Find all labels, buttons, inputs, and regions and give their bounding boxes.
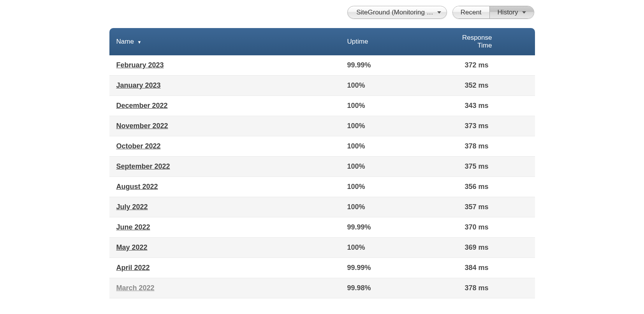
uptime-cell: 100% bbox=[340, 157, 449, 177]
name-cell: February 2023 bbox=[109, 55, 340, 76]
response-time-cell: 373 ms bbox=[449, 116, 535, 136]
table-row: December 2022100%343 ms bbox=[109, 96, 535, 116]
site-selector-dropdown[interactable]: SiteGround (Monitoring … bbox=[347, 6, 447, 19]
sort-descending-icon: ▼ bbox=[137, 40, 142, 44]
column-header-response[interactable]: Response Time bbox=[449, 28, 535, 55]
table-header-row: Name ▼ Uptime Response Time bbox=[109, 28, 535, 55]
uptime-cell: 99.99% bbox=[340, 258, 449, 278]
response-time-cell: 356 ms bbox=[449, 177, 535, 197]
month-link[interactable]: November 2022 bbox=[116, 122, 168, 130]
name-cell: October 2022 bbox=[109, 136, 340, 157]
month-link[interactable]: February 2023 bbox=[116, 61, 164, 69]
toolbar: SiteGround (Monitoring … Recent History bbox=[109, 6, 535, 19]
month-link[interactable]: March 2022 bbox=[116, 284, 155, 292]
column-header-name[interactable]: Name ▼ bbox=[109, 28, 340, 55]
uptime-cell: 100% bbox=[340, 116, 449, 136]
column-uptime-label: Uptime bbox=[347, 38, 368, 45]
response-time-cell: 384 ms bbox=[449, 258, 535, 278]
month-link[interactable]: April 2022 bbox=[116, 264, 150, 272]
uptime-cell: 99.98% bbox=[340, 278, 449, 298]
uptime-history-table: Name ▼ Uptime Response Time February 202… bbox=[109, 28, 535, 298]
name-cell: June 2022 bbox=[109, 217, 340, 238]
month-link[interactable]: December 2022 bbox=[116, 102, 168, 109]
response-time-cell: 378 ms bbox=[449, 136, 535, 157]
response-time-cell: 343 ms bbox=[449, 96, 535, 116]
column-name-label: Name bbox=[116, 38, 134, 45]
uptime-cell: 99.99% bbox=[340, 217, 449, 238]
response-time-cell: 352 ms bbox=[449, 76, 535, 96]
table-row: June 202299.99%370 ms bbox=[109, 217, 535, 238]
recent-label: Recent bbox=[461, 9, 482, 16]
chevron-down-icon bbox=[437, 11, 441, 14]
name-cell: January 2023 bbox=[109, 76, 340, 96]
response-time-cell: 370 ms bbox=[449, 217, 535, 238]
response-time-cell: 375 ms bbox=[449, 157, 535, 177]
response-time-cell: 378 ms bbox=[449, 278, 535, 298]
chevron-down-icon bbox=[522, 11, 526, 14]
response-time-cell: 369 ms bbox=[449, 238, 535, 258]
table-row: August 2022100%356 ms bbox=[109, 177, 535, 197]
time-range-segmented: Recent History bbox=[452, 6, 534, 19]
column-response-label: Response Time bbox=[462, 34, 492, 49]
name-cell: May 2022 bbox=[109, 238, 340, 258]
month-link[interactable]: May 2022 bbox=[116, 243, 148, 251]
month-link[interactable]: June 2022 bbox=[116, 223, 150, 231]
table-row: October 2022100%378 ms bbox=[109, 136, 535, 157]
name-cell: August 2022 bbox=[109, 177, 340, 197]
month-link[interactable]: October 2022 bbox=[116, 142, 161, 150]
name-cell: September 2022 bbox=[109, 157, 340, 177]
uptime-cell: 100% bbox=[340, 177, 449, 197]
uptime-cell: 100% bbox=[340, 136, 449, 157]
table-row: July 2022100%357 ms bbox=[109, 197, 535, 217]
name-cell: December 2022 bbox=[109, 96, 340, 116]
uptime-cell: 100% bbox=[340, 96, 449, 116]
name-cell: November 2022 bbox=[109, 116, 340, 136]
table-row: April 202299.99%384 ms bbox=[109, 258, 535, 278]
recent-button[interactable]: Recent bbox=[453, 6, 490, 18]
column-header-uptime[interactable]: Uptime bbox=[340, 28, 449, 55]
table-row: March 202299.98%378 ms bbox=[109, 278, 535, 298]
name-cell: July 2022 bbox=[109, 197, 340, 217]
name-cell: March 2022 bbox=[109, 278, 340, 298]
month-link[interactable]: September 2022 bbox=[116, 162, 170, 170]
month-link[interactable]: January 2023 bbox=[116, 81, 161, 89]
table-row: November 2022100%373 ms bbox=[109, 116, 535, 136]
uptime-cell: 100% bbox=[340, 76, 449, 96]
month-link[interactable]: August 2022 bbox=[116, 183, 158, 191]
table-row: May 2022100%369 ms bbox=[109, 238, 535, 258]
name-cell: April 2022 bbox=[109, 258, 340, 278]
uptime-cell: 99.99% bbox=[340, 55, 449, 76]
month-link[interactable]: July 2022 bbox=[116, 203, 148, 211]
table-row: September 2022100%375 ms bbox=[109, 157, 535, 177]
history-button[interactable]: History bbox=[490, 6, 534, 18]
uptime-cell: 100% bbox=[340, 238, 449, 258]
response-time-cell: 357 ms bbox=[449, 197, 535, 217]
history-label: History bbox=[498, 9, 518, 16]
table-row: February 202399.99%372 ms bbox=[109, 55, 535, 76]
table-row: January 2023100%352 ms bbox=[109, 76, 535, 96]
uptime-cell: 100% bbox=[340, 197, 449, 217]
response-time-cell: 372 ms bbox=[449, 55, 535, 76]
site-selector-label: SiteGround (Monitoring … bbox=[356, 9, 433, 16]
